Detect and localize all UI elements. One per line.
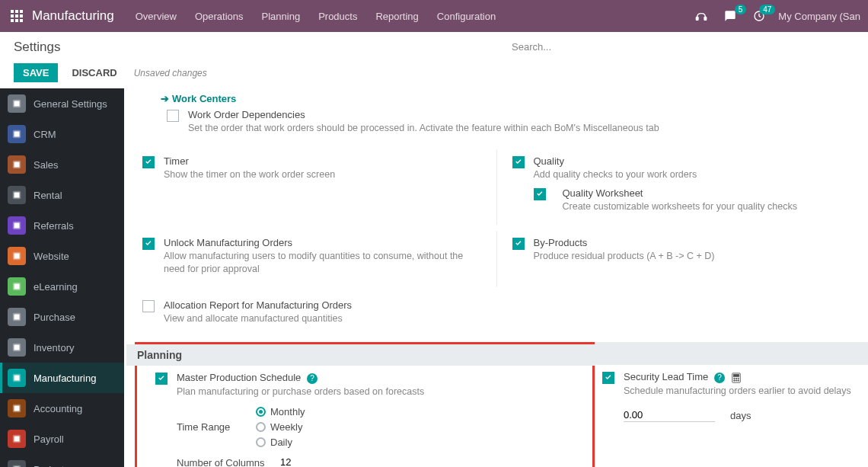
sidebar-app-icon <box>8 399 26 417</box>
svg-point-43 <box>736 378 736 379</box>
svg-rect-0 <box>11 10 14 13</box>
svg-rect-25 <box>14 284 20 289</box>
save-button[interactable]: SAVE <box>14 63 58 82</box>
svg-rect-1 <box>15 10 18 13</box>
sidebar-item-label: Manufacturing <box>34 373 96 384</box>
sidebar-item-purchase[interactable]: Purchase <box>0 302 124 332</box>
search-input[interactable] <box>510 38 860 56</box>
calculator-icon[interactable] <box>731 373 742 383</box>
sidebar-app-icon <box>8 308 26 326</box>
sidebar-item-general-settings[interactable]: General Settings <box>0 88 124 119</box>
sidebar-item-project[interactable]: Project <box>0 454 124 467</box>
help-icon[interactable]: ? <box>307 373 318 384</box>
sidebar-app-icon <box>8 277 26 296</box>
apps-icon[interactable] <box>8 7 26 25</box>
byproducts-desc: Produce residual products (A + B -> C + … <box>534 250 854 264</box>
nav-products[interactable]: Products <box>311 11 365 22</box>
time-range-daily[interactable]: Daily <box>256 437 305 448</box>
svg-point-47 <box>737 379 738 380</box>
page-title: Settings <box>14 40 60 55</box>
byproducts-checkbox[interactable] <box>512 238 525 250</box>
timer-desc: Show the timer on the work order screen <box>164 168 481 182</box>
svg-rect-29 <box>14 345 20 350</box>
unlock-checkbox[interactable] <box>142 238 155 250</box>
settings-sidebar: General SettingsCRMSalesRentalReferralsW… <box>0 88 124 467</box>
svg-rect-31 <box>14 376 20 381</box>
sidebar-app-icon <box>8 94 26 113</box>
timer-checkbox[interactable] <box>142 156 155 168</box>
svg-rect-6 <box>11 19 14 22</box>
nav-reporting[interactable]: Reporting <box>368 11 426 22</box>
sidebar-app-icon <box>8 430 26 448</box>
timer-title: Timer <box>164 155 189 167</box>
mps-checkbox[interactable] <box>155 373 168 385</box>
nav-configuration[interactable]: Configuration <box>429 11 503 22</box>
company-name[interactable]: My Company (San <box>778 11 860 22</box>
time-range-weekly[interactable]: Weekly <box>256 421 305 433</box>
sidebar-item-referrals[interactable]: Referrals <box>0 210 124 241</box>
slt-unit: days <box>730 410 751 421</box>
action-row: SAVE DISCARD Unsaved changes <box>0 59 868 88</box>
help-icon[interactable]: ? <box>714 373 725 383</box>
settings-content: ➔ Work Centers Work Order Dependencies S… <box>124 88 868 467</box>
messages-icon[interactable]: 5 <box>720 6 740 26</box>
sidebar-item-sales[interactable]: Sales <box>0 149 124 180</box>
svg-rect-23 <box>14 254 20 259</box>
sidebar-item-crm[interactable]: CRM <box>0 119 124 149</box>
sidebar-app-icon <box>8 216 26 235</box>
sidebar-item-website[interactable]: Website <box>0 241 124 271</box>
ncols-label: Number of Columns <box>177 457 274 467</box>
svg-rect-41 <box>733 374 739 376</box>
allocation-checkbox[interactable] <box>142 300 155 312</box>
quality-desc: Add quality checks to your work orders <box>534 168 854 182</box>
support-icon[interactable] <box>691 6 711 26</box>
time-range-monthly[interactable]: Monthly <box>256 406 305 417</box>
slt-title: Security Lead Time <box>624 371 708 382</box>
slt-value-input[interactable] <box>624 408 715 422</box>
sidebar-item-manufacturing[interactable]: Manufacturing <box>0 363 124 393</box>
sidebar-item-inventory[interactable]: Inventory <box>0 332 124 363</box>
svg-rect-7 <box>15 19 18 22</box>
quality-title: Quality <box>534 155 564 167</box>
svg-point-42 <box>733 378 734 379</box>
quality-worksheet-title: Quality Worksheet <box>563 187 643 199</box>
svg-point-45 <box>733 379 734 380</box>
quality-worksheet-checkbox[interactable] <box>534 188 546 200</box>
svg-rect-9 <box>697 17 699 20</box>
sidebar-item-label: Website <box>34 251 69 262</box>
activity-icon[interactable]: 47 <box>749 6 769 26</box>
nav-operations[interactable]: Operations <box>187 11 251 22</box>
top-navbar: Manufacturing Overview Operations Planni… <box>0 0 868 32</box>
svg-rect-5 <box>20 14 23 18</box>
work-order-deps-checkbox[interactable] <box>167 110 179 122</box>
nav-overview[interactable]: Overview <box>128 11 184 22</box>
sidebar-item-rental[interactable]: Rental <box>0 180 124 210</box>
work-centers-link[interactable]: ➔ Work Centers <box>161 93 236 104</box>
quality-checkbox[interactable] <box>512 156 525 168</box>
sidebar-app-icon <box>8 125 26 143</box>
sidebar-app-icon <box>8 155 26 174</box>
breadcrumb-row: Settings <box>0 32 868 59</box>
sidebar-item-label: Project <box>34 464 64 468</box>
unlock-desc: Allow manufacturing users to modify quan… <box>164 250 481 277</box>
discard-button[interactable]: DISCARD <box>64 63 124 82</box>
svg-point-44 <box>737 378 738 379</box>
sidebar-item-accounting[interactable]: Accounting <box>0 393 124 424</box>
nav-planning[interactable]: Planning <box>254 11 308 22</box>
brand-title[interactable]: Manufacturing <box>32 8 114 24</box>
slt-checkbox[interactable] <box>602 372 614 384</box>
sidebar-item-label: eLearning <box>34 281 78 293</box>
mps-desc: Plan manufacturing or purchase orders ba… <box>177 385 592 399</box>
ncols-input[interactable] <box>280 456 410 467</box>
activity-badge: 47 <box>759 5 775 14</box>
radio-off-icon <box>256 437 266 447</box>
work-order-deps-desc: Set the order that work orders should be… <box>188 122 868 136</box>
sidebar-app-icon <box>8 460 26 467</box>
sidebar-item-label: Sales <box>34 159 59 171</box>
radio-off-icon <box>256 422 266 432</box>
sidebar-item-elearning[interactable]: eLearning <box>0 271 124 302</box>
quality-worksheet-desc: Create customizable worksheets for your … <box>563 200 797 214</box>
sidebar-item-payroll[interactable]: Payroll <box>0 424 124 454</box>
sidebar-item-label: General Settings <box>34 98 107 110</box>
sidebar-app-icon <box>8 338 26 357</box>
